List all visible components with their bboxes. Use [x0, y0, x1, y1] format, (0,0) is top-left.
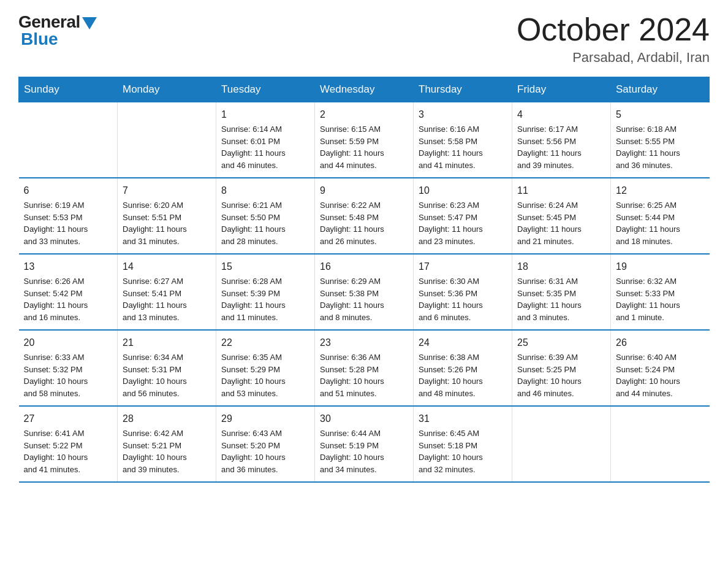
calendar-cell: 7Sunrise: 6:20 AM Sunset: 5:51 PM Daylig…	[118, 178, 216, 254]
logo-triangle-icon	[82, 17, 97, 29]
day-info: Sunrise: 6:27 AM Sunset: 5:41 PM Dayligh…	[123, 275, 211, 323]
weekday-header-wednesday: Wednesday	[315, 77, 414, 102]
day-number: 23	[320, 335, 408, 350]
weekday-header-monday: Monday	[118, 77, 216, 102]
calendar-cell: 18Sunrise: 6:31 AM Sunset: 5:35 PM Dayli…	[512, 254, 611, 330]
calendar-cell: 9Sunrise: 6:22 AM Sunset: 5:48 PM Daylig…	[315, 178, 414, 254]
day-number: 1	[221, 107, 309, 122]
calendar-week-row: 20Sunrise: 6:33 AM Sunset: 5:32 PM Dayli…	[19, 330, 710, 406]
calendar-cell: 22Sunrise: 6:35 AM Sunset: 5:29 PM Dayli…	[216, 330, 315, 406]
title-area: October 2024 Parsabad, Ardabil, Iran	[517, 12, 710, 66]
day-info: Sunrise: 6:33 AM Sunset: 5:32 PM Dayligh…	[24, 351, 113, 399]
calendar-week-row: 1Sunrise: 6:14 AM Sunset: 6:01 PM Daylig…	[19, 102, 710, 178]
day-info: Sunrise: 6:20 AM Sunset: 5:51 PM Dayligh…	[123, 199, 211, 247]
calendar-cell: 8Sunrise: 6:21 AM Sunset: 5:50 PM Daylig…	[216, 178, 315, 254]
location-subtitle: Parsabad, Ardabil, Iran	[517, 50, 710, 66]
day-info: Sunrise: 6:38 AM Sunset: 5:26 PM Dayligh…	[419, 351, 507, 399]
day-number: 10	[419, 183, 507, 198]
day-number: 18	[517, 259, 605, 274]
day-info: Sunrise: 6:32 AM Sunset: 5:33 PM Dayligh…	[616, 275, 705, 323]
day-number: 24	[419, 335, 507, 350]
day-info: Sunrise: 6:30 AM Sunset: 5:36 PM Dayligh…	[419, 275, 507, 323]
calendar-cell: 14Sunrise: 6:27 AM Sunset: 5:41 PM Dayli…	[118, 254, 216, 330]
day-number: 13	[24, 259, 113, 274]
day-number: 19	[616, 259, 705, 274]
calendar-week-row: 27Sunrise: 6:41 AM Sunset: 5:22 PM Dayli…	[19, 406, 710, 482]
day-number: 26	[616, 335, 705, 350]
calendar-cell: 2Sunrise: 6:15 AM Sunset: 5:59 PM Daylig…	[315, 102, 414, 178]
day-info: Sunrise: 6:26 AM Sunset: 5:42 PM Dayligh…	[24, 275, 113, 323]
day-number: 29	[221, 412, 309, 426]
calendar-cell: 23Sunrise: 6:36 AM Sunset: 5:28 PM Dayli…	[315, 330, 414, 406]
calendar-cell: 30Sunrise: 6:44 AM Sunset: 5:19 PM Dayli…	[315, 406, 414, 482]
calendar-cell: 1Sunrise: 6:14 AM Sunset: 6:01 PM Daylig…	[216, 102, 315, 178]
day-number: 25	[517, 335, 605, 350]
day-number: 4	[517, 107, 605, 122]
day-number: 28	[123, 412, 211, 426]
day-info: Sunrise: 6:23 AM Sunset: 5:47 PM Dayligh…	[419, 199, 507, 247]
calendar-cell: 6Sunrise: 6:19 AM Sunset: 5:53 PM Daylig…	[19, 178, 118, 254]
calendar-cell: 15Sunrise: 6:28 AM Sunset: 5:39 PM Dayli…	[216, 254, 315, 330]
day-number: 17	[419, 259, 507, 274]
day-number: 7	[123, 183, 211, 198]
day-info: Sunrise: 6:44 AM Sunset: 5:19 PM Dayligh…	[320, 427, 408, 475]
weekday-header-tuesday: Tuesday	[216, 77, 315, 102]
day-info: Sunrise: 6:15 AM Sunset: 5:59 PM Dayligh…	[320, 123, 408, 171]
day-number: 5	[616, 107, 705, 122]
calendar-cell: 26Sunrise: 6:40 AM Sunset: 5:24 PM Dayli…	[611, 330, 710, 406]
calendar-cell: 24Sunrise: 6:38 AM Sunset: 5:26 PM Dayli…	[414, 330, 512, 406]
day-number: 9	[320, 183, 408, 198]
weekday-header-thursday: Thursday	[414, 77, 512, 102]
day-number: 16	[320, 259, 408, 274]
day-info: Sunrise: 6:25 AM Sunset: 5:44 PM Dayligh…	[616, 199, 705, 247]
day-info: Sunrise: 6:39 AM Sunset: 5:25 PM Dayligh…	[517, 351, 605, 399]
weekday-header-sunday: Sunday	[19, 77, 118, 102]
weekday-header-saturday: Saturday	[611, 77, 710, 102]
calendar-cell: 28Sunrise: 6:42 AM Sunset: 5:21 PM Dayli…	[118, 406, 216, 482]
weekday-header-row: SundayMondayTuesdayWednesdayThursdayFrid…	[19, 77, 710, 102]
calendar-cell: 19Sunrise: 6:32 AM Sunset: 5:33 PM Dayli…	[611, 254, 710, 330]
calendar-cell: 3Sunrise: 6:16 AM Sunset: 5:58 PM Daylig…	[414, 102, 512, 178]
calendar-cell: 27Sunrise: 6:41 AM Sunset: 5:22 PM Dayli…	[19, 406, 118, 482]
weekday-header-friday: Friday	[512, 77, 611, 102]
day-number: 15	[221, 259, 309, 274]
day-number: 22	[221, 335, 309, 350]
calendar-cell: 16Sunrise: 6:29 AM Sunset: 5:38 PM Dayli…	[315, 254, 414, 330]
calendar-cell: 12Sunrise: 6:25 AM Sunset: 5:44 PM Dayli…	[611, 178, 710, 254]
day-info: Sunrise: 6:42 AM Sunset: 5:21 PM Dayligh…	[123, 427, 211, 475]
day-info: Sunrise: 6:14 AM Sunset: 6:01 PM Dayligh…	[221, 123, 309, 171]
calendar-cell: 4Sunrise: 6:17 AM Sunset: 5:56 PM Daylig…	[512, 102, 611, 178]
day-number: 12	[616, 183, 705, 198]
day-info: Sunrise: 6:45 AM Sunset: 5:18 PM Dayligh…	[419, 427, 507, 475]
day-number: 6	[24, 183, 113, 198]
day-number: 11	[517, 183, 605, 198]
day-info: Sunrise: 6:34 AM Sunset: 5:31 PM Dayligh…	[123, 351, 211, 399]
day-info: Sunrise: 6:29 AM Sunset: 5:38 PM Dayligh…	[320, 275, 408, 323]
day-info: Sunrise: 6:28 AM Sunset: 5:39 PM Dayligh…	[221, 275, 309, 323]
calendar-cell: 13Sunrise: 6:26 AM Sunset: 5:42 PM Dayli…	[19, 254, 118, 330]
day-info: Sunrise: 6:31 AM Sunset: 5:35 PM Dayligh…	[517, 275, 605, 323]
logo-blue-text: Blue	[21, 29, 58, 49]
day-info: Sunrise: 6:17 AM Sunset: 5:56 PM Dayligh…	[517, 123, 605, 171]
day-number: 30	[320, 412, 408, 426]
day-info: Sunrise: 6:41 AM Sunset: 5:22 PM Dayligh…	[24, 427, 113, 475]
calendar-cell	[611, 406, 710, 482]
calendar-cell: 25Sunrise: 6:39 AM Sunset: 5:25 PM Dayli…	[512, 330, 611, 406]
day-info: Sunrise: 6:36 AM Sunset: 5:28 PM Dayligh…	[320, 351, 408, 399]
day-info: Sunrise: 6:43 AM Sunset: 5:20 PM Dayligh…	[221, 427, 309, 475]
day-number: 27	[24, 412, 113, 426]
calendar-cell: 11Sunrise: 6:24 AM Sunset: 5:45 PM Dayli…	[512, 178, 611, 254]
logo: General Blue	[18, 12, 97, 49]
day-number: 31	[419, 412, 507, 426]
day-info: Sunrise: 6:21 AM Sunset: 5:50 PM Dayligh…	[221, 199, 309, 247]
calendar-cell: 29Sunrise: 6:43 AM Sunset: 5:20 PM Dayli…	[216, 406, 315, 482]
day-info: Sunrise: 6:22 AM Sunset: 5:48 PM Dayligh…	[320, 199, 408, 247]
calendar-cell: 20Sunrise: 6:33 AM Sunset: 5:32 PM Dayli…	[19, 330, 118, 406]
day-info: Sunrise: 6:40 AM Sunset: 5:24 PM Dayligh…	[616, 351, 705, 399]
calendar-table: SundayMondayTuesdayWednesdayThursdayFrid…	[18, 77, 710, 483]
month-title: October 2024	[517, 12, 710, 47]
day-number: 20	[24, 335, 113, 350]
calendar-cell	[512, 406, 611, 482]
calendar-cell: 21Sunrise: 6:34 AM Sunset: 5:31 PM Dayli…	[118, 330, 216, 406]
calendar-cell	[19, 102, 118, 178]
